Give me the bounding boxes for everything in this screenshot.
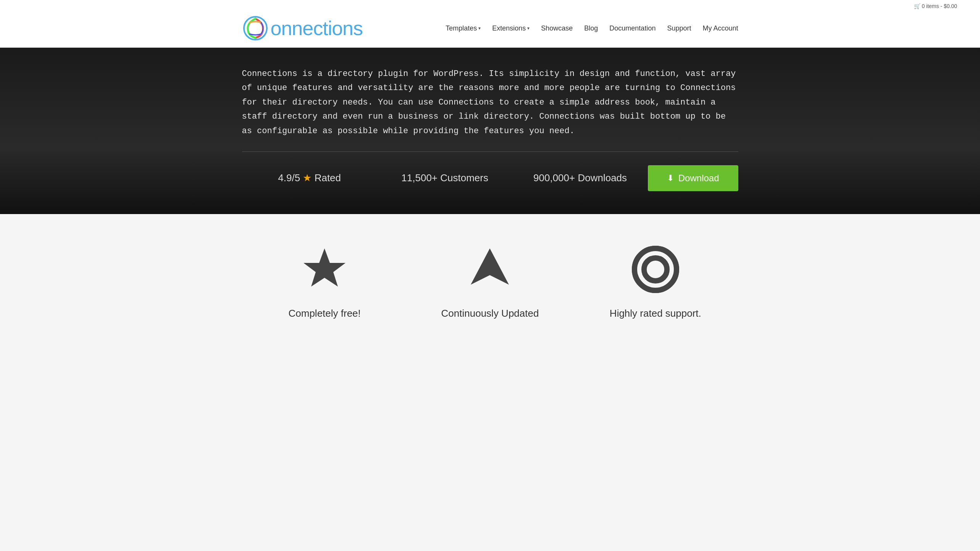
main-nav: Templates ▾ Extensions ▾ Showcase Blog D… <box>446 21 738 36</box>
feature-updated-label: Continuously Updated <box>423 308 557 319</box>
rating-stat: 4.9/5 ★ Rated <box>242 172 377 184</box>
cart-bar: 🛒 0 items - $0.00 <box>0 0 980 9</box>
nav-extensions[interactable]: Extensions ▾ <box>492 21 530 36</box>
extensions-link[interactable]: Extensions <box>492 21 526 36</box>
star-feature-icon <box>257 241 392 298</box>
download-button[interactable]: ⬇ Download <box>648 165 738 191</box>
feature-support: Highly rated support. <box>573 241 738 319</box>
nav-blog[interactable]: Blog <box>584 21 598 36</box>
star-icon: ★ <box>303 172 312 184</box>
hero-description: Connections is a directory plugin for Wo… <box>242 67 738 138</box>
download-icon: ⬇ <box>667 173 674 183</box>
customers-stat: 11,500+ Customers <box>377 172 512 184</box>
nav-myaccount[interactable]: My Account <box>702 21 738 36</box>
svg-marker-2 <box>471 248 509 285</box>
logo-icon <box>242 15 269 42</box>
features-grid: Completely free! Continuously Updated <box>242 241 738 319</box>
logo-text: onnections <box>271 18 363 38</box>
header: onnections Templates ▾ Extensions ▾ Show… <box>0 9 980 48</box>
extensions-arrow-icon: ▾ <box>527 26 530 31</box>
logo-area: onnections <box>242 9 363 47</box>
customers-value: 11,500+ Customers <box>401 172 488 184</box>
feature-support-label: Highly rated support. <box>588 308 723 319</box>
hero-stats: 4.9/5 ★ Rated 11,500+ Customers 900,000+… <box>242 165 738 191</box>
rated-label: Rated <box>315 172 341 184</box>
cart-link[interactable]: 🛒 0 items - $0.00 <box>914 3 957 9</box>
feature-free-label: Completely free! <box>257 308 392 319</box>
download-label: Download <box>678 173 719 184</box>
templates-arrow-icon: ▾ <box>478 26 481 31</box>
nav-templates[interactable]: Templates ▾ <box>446 21 481 36</box>
navigation-feature-icon <box>423 241 557 298</box>
templates-link[interactable]: Templates <box>446 21 477 36</box>
feature-free: Completely free! <box>242 241 407 319</box>
nav-documentation[interactable]: Documentation <box>609 21 655 36</box>
downloads-value: 900,000+ Downloads <box>533 172 627 184</box>
nav-showcase[interactable]: Showcase <box>541 21 573 36</box>
downloads-stat: 900,000+ Downloads <box>512 172 647 184</box>
svg-marker-1 <box>304 248 346 287</box>
nav-support[interactable]: Support <box>667 21 691 36</box>
lifesaver-feature-icon <box>588 241 723 298</box>
feature-updated: Continuously Updated <box>407 241 573 319</box>
features-section: Completely free! Continuously Updated <box>0 214 980 342</box>
hero-section: Connections is a directory plugin for Wo… <box>0 48 980 214</box>
hero-divider <box>242 151 738 152</box>
rating-value: 4.9/5 <box>278 172 300 184</box>
